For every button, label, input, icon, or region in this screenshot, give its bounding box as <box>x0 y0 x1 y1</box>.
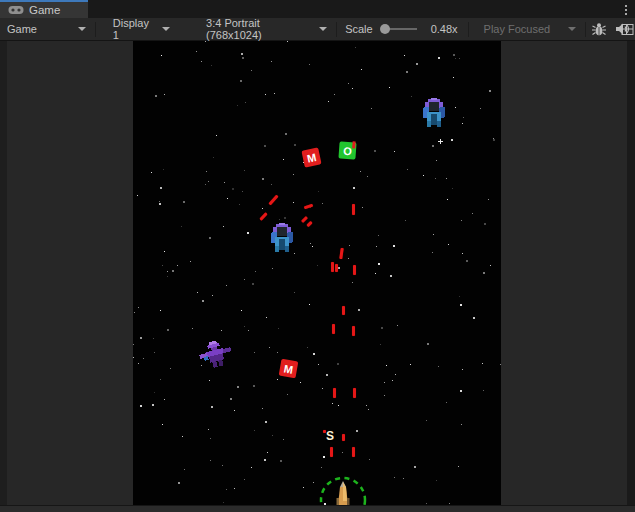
star <box>337 363 339 365</box>
toolbar-separator <box>336 22 337 37</box>
aspect-ratio-label: 3:4 Portrait (768x1024) <box>206 17 312 41</box>
star <box>216 135 217 136</box>
red-bullet <box>303 203 312 209</box>
kebab-menu-icon[interactable] <box>623 3 629 17</box>
star <box>423 175 424 176</box>
star <box>452 188 453 189</box>
star <box>266 317 267 318</box>
star <box>380 344 381 345</box>
scale-slider-thumb[interactable] <box>380 24 390 34</box>
red-bullet <box>259 212 267 221</box>
star <box>389 87 390 88</box>
play-focused-dropdown[interactable]: Play Focused <box>477 18 583 40</box>
star <box>160 310 161 311</box>
star <box>133 344 134 345</box>
star <box>208 429 209 430</box>
bottom-strip <box>0 505 635 512</box>
play-focused-label: Play Focused <box>484 23 551 35</box>
scale-label: Scale <box>345 23 373 35</box>
scale-slider[interactable] <box>377 22 425 36</box>
star <box>318 364 319 365</box>
player-ship <box>334 481 352 505</box>
star <box>283 159 284 160</box>
star <box>438 57 440 59</box>
star <box>436 160 437 161</box>
tab-game[interactable]: Game <box>0 0 88 18</box>
red-bullet <box>300 215 307 222</box>
red-bullet <box>331 262 334 272</box>
scale-value: 0.48x <box>431 23 458 35</box>
star <box>213 157 214 158</box>
star <box>435 178 436 179</box>
star <box>348 83 349 84</box>
star <box>264 459 266 461</box>
star <box>244 279 245 280</box>
gamepad-icon <box>8 5 24 15</box>
star <box>463 117 464 118</box>
display-dropdown[interactable]: Display 1 <box>106 18 177 40</box>
star <box>390 275 392 277</box>
star <box>240 80 242 82</box>
star <box>446 178 447 179</box>
chevron-down-icon <box>162 27 170 31</box>
star <box>411 96 412 97</box>
star <box>483 390 484 391</box>
star <box>137 195 138 196</box>
star <box>245 102 246 103</box>
star <box>167 276 168 277</box>
star <box>462 369 463 370</box>
game-mode-dropdown[interactable]: Game <box>0 18 93 40</box>
star <box>167 271 168 272</box>
star <box>432 252 433 253</box>
game-stage: MOMS <box>0 41 635 505</box>
game-viewport[interactable]: MOMS <box>133 41 501 505</box>
star <box>201 61 202 62</box>
star <box>252 283 254 285</box>
red-bullet <box>333 388 336 398</box>
star <box>313 482 314 483</box>
red-bullet <box>342 306 345 315</box>
star <box>460 390 462 392</box>
star <box>223 226 224 227</box>
star <box>230 398 232 400</box>
toolbar-separator <box>95 22 96 37</box>
star <box>140 405 142 407</box>
star <box>285 133 287 135</box>
star <box>265 94 266 95</box>
star <box>317 265 318 266</box>
star <box>392 380 393 381</box>
star <box>294 292 295 293</box>
star <box>426 420 427 421</box>
star <box>181 226 182 227</box>
star <box>155 95 157 97</box>
debug-bug-button[interactable] <box>588 18 612 40</box>
star <box>384 395 385 396</box>
red-bullet <box>330 447 333 457</box>
star <box>352 88 353 89</box>
star <box>280 460 282 462</box>
star <box>197 292 198 293</box>
star <box>358 309 360 311</box>
star <box>352 282 353 283</box>
display-dropdown-label: Display 1 <box>113 17 155 41</box>
star <box>393 245 395 247</box>
star <box>170 368 171 369</box>
star <box>172 270 174 272</box>
star <box>338 267 340 269</box>
star <box>212 295 213 296</box>
stats-button[interactable] <box>615 18 635 40</box>
star <box>326 374 328 376</box>
game-mode-dropdown-label: Game <box>7 23 37 35</box>
star <box>462 123 463 124</box>
star <box>426 503 427 504</box>
star <box>271 184 272 185</box>
star <box>375 273 376 274</box>
star <box>177 265 178 266</box>
blue-enemy-ship <box>419 96 449 132</box>
aspect-ratio-dropdown[interactable]: 3:4 Portrait (768x1024) <box>199 18 334 40</box>
star <box>167 329 169 331</box>
chevron-down-icon <box>568 27 576 31</box>
star <box>254 430 255 431</box>
star <box>322 203 323 204</box>
star <box>274 93 275 94</box>
